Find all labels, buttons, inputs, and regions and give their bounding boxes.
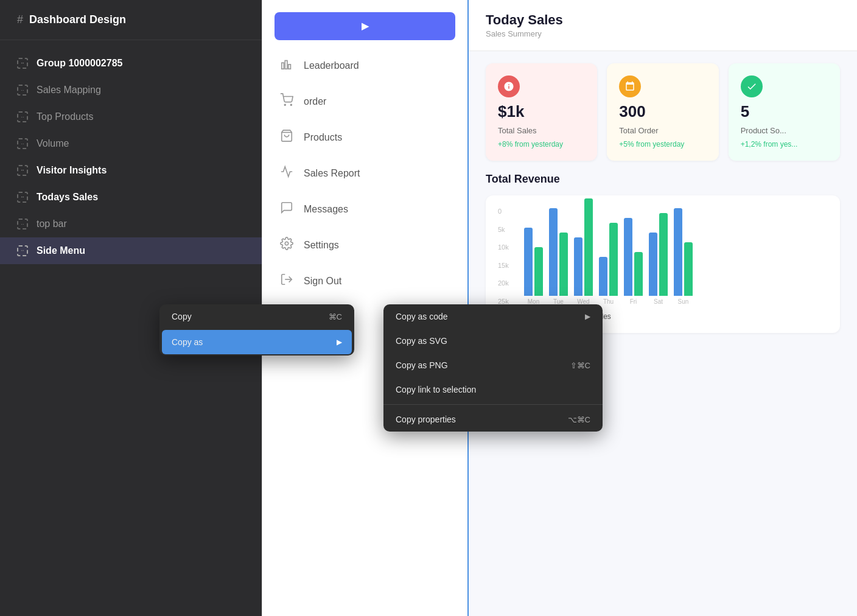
middle-nav-item-order[interactable]: order [262, 83, 467, 119]
middle-nav-label: Messages [304, 204, 348, 215]
svg-point-3 [284, 104, 285, 105]
page-title: Today Sales [486, 12, 840, 28]
sidebar-item-label: Visitor Insights [37, 165, 107, 176]
stat-change-product-sold: +1,2% from yes... [741, 140, 828, 149]
stat-card-total-sales: $1k Total Sales +8% from yesterday [486, 63, 597, 161]
sidebar-item-label: Top Products [37, 111, 93, 122]
svg-rect-0 [282, 63, 284, 69]
bar-group-monday: Mon [524, 198, 543, 305]
legend-dot-online [498, 313, 504, 320]
sidebar-item-side-menu[interactable]: ·· Side Menu [0, 237, 262, 264]
sidebar-item-label: Side Menu [37, 245, 85, 256]
stat-icon-product-sold [741, 75, 763, 97]
sidebar-item-todays-sales[interactable]: ·· Todays Sales [0, 184, 262, 211]
bar-group-friday: Fri [624, 198, 643, 305]
y-label: 5k [498, 226, 519, 233]
middle-nav-label: Leaderboard [304, 60, 359, 71]
bar-online [599, 257, 607, 296]
sidebar-header: # Dashboard Design [0, 0, 262, 40]
order-icon [279, 93, 294, 110]
bar-online [649, 233, 657, 296]
sidebar-item-label: Todays Sales [37, 192, 98, 203]
stat-icon-total-order [619, 75, 641, 97]
bar-group-saturday: Sat [649, 198, 668, 305]
chart-y-labels: 25k20k15k10k5k0 [498, 208, 519, 305]
middle-nav-label: Products [304, 132, 342, 143]
y-label: 0 [498, 208, 519, 215]
bar-offline [609, 223, 618, 296]
middle-nav-item-sign-out[interactable]: Sign Out [262, 263, 467, 299]
legend-item-online: Online Sales [498, 312, 548, 321]
bar-group-thursday: Thu [599, 198, 618, 305]
y-label: 25k [498, 298, 519, 305]
sidebar-item-label: Volume [37, 138, 69, 149]
bar-offline [534, 247, 543, 296]
sidebar-item-label: top bar [37, 219, 67, 229]
sidebar-item-dot: ·· [17, 165, 28, 176]
y-label: 10k [498, 243, 519, 251]
stat-change-total-sales: +8% from yesterday [498, 140, 585, 149]
bar-online [574, 237, 582, 296]
stat-value-total-order: 300 [619, 102, 706, 121]
legend-item-offline: Offline Sales [561, 312, 611, 321]
y-label: 20k [498, 279, 519, 287]
sidebar-item-group[interactable]: ·· Group 1000002785 [0, 50, 262, 77]
leaderboard-icon [279, 57, 294, 74]
sidebar-item-dot: ·· [17, 85, 28, 96]
bar-online [624, 218, 632, 296]
chart-legend: Online SalesOffline Sales [498, 312, 828, 321]
sidebar-item-sales-mapping[interactable]: ·· Sales Mapping [0, 77, 262, 103]
bar-offline [634, 252, 643, 296]
middle-nav-item-products[interactable]: Products [262, 119, 467, 155]
bar-offline [659, 213, 668, 296]
bar-day-label: Thu [603, 298, 614, 305]
sidebar-item-top-products[interactable]: ·· Top Products [0, 103, 262, 130]
bar-day-label: Tue [553, 298, 564, 305]
bar-online [674, 208, 682, 296]
bar-group-sunday: Sun [674, 198, 693, 305]
sidebar-item-visitor-insights[interactable]: ·· Visitor Insights [0, 157, 262, 184]
middle-nav-item-leaderboard[interactable]: Leaderboard [262, 47, 467, 83]
chart-title: Total Revenue [486, 173, 840, 186]
bar-day-label: Wed [577, 298, 589, 305]
middle-panel: ▶ Leaderboard order Products Sales Repor… [262, 0, 469, 616]
middle-nav-item-messages[interactable]: Messages [262, 191, 467, 227]
sidebar-item-label: Group 1000002785 [37, 58, 122, 69]
sidebar-item-dot: ·· [17, 138, 28, 149]
middle-nav-label: Sign Out [304, 276, 341, 287]
sidebar-item-label: Sales Mapping [37, 85, 101, 96]
middle-nav-label: order [304, 96, 326, 107]
legend-dot-offline [561, 313, 567, 320]
top-button[interactable]: ▶ [275, 12, 455, 40]
stat-value-total-sales: $1k [498, 102, 585, 121]
sidebar: # Dashboard Design ·· Group 1000002785 ·… [0, 0, 262, 616]
sidebar-item-dot: ·· [17, 219, 28, 229]
stat-label-total-sales: Total Sales [498, 126, 585, 135]
sidebar-item-volume[interactable]: ·· Volume [0, 130, 262, 157]
sign-out-icon [279, 273, 294, 289]
bar-offline [684, 242, 693, 296]
right-top-section: Today Sales Sales Summery [469, 0, 857, 51]
y-label: 15k [498, 262, 519, 269]
svg-rect-2 [289, 65, 291, 69]
middle-nav-item-settings[interactable]: Settings [262, 227, 467, 263]
chart-bars: MonTueWedThuFriSatSun [524, 208, 693, 305]
svg-point-4 [290, 104, 292, 105]
app-title: Dashboard Design [29, 13, 126, 26]
middle-nav-item-sales-report[interactable]: Sales Report [262, 155, 467, 191]
middle-nav: Leaderboard order Products Sales Report … [262, 40, 467, 306]
middle-nav-label: Sales Report [304, 168, 360, 179]
stat-card-total-order: 300 Total Order +5% from yesterday [607, 63, 718, 161]
bar-day-label: Sun [678, 298, 689, 305]
sidebar-item-dot: ·· [17, 111, 28, 122]
stat-icon-total-sales [498, 75, 520, 97]
page-subtitle: Sales Summery [486, 29, 840, 38]
middle-nav-label: Settings [304, 240, 339, 251]
settings-icon [279, 237, 294, 253]
chart-container: 25k20k15k10k5k0 MonTueWedThuFriSatSun On… [486, 195, 840, 333]
stats-row: $1k Total Sales +8% from yesterday 300 T… [469, 51, 857, 161]
stat-card-product-sold: 5 Product So... +1,2% from yes... [729, 63, 840, 161]
sidebar-item-dot: ·· [17, 58, 28, 69]
sidebar-item-dot: ·· [17, 192, 28, 203]
sidebar-item-top-bar[interactable]: ·· top bar [0, 211, 262, 237]
